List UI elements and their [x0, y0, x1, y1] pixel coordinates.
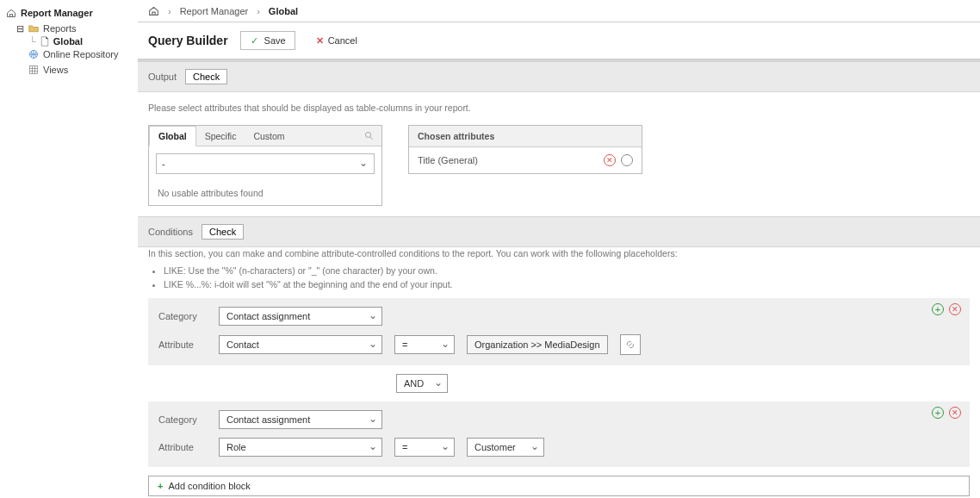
home-icon	[5, 7, 17, 19]
condition-block-2: + ✕ Category Contact assignment Attribut…	[148, 402, 970, 467]
tree-reports[interactable]: ⊟ Reports	[5, 21, 137, 36]
add-condition-button[interactable]: +	[932, 303, 944, 315]
chosen-attribute-row: Title (General) ✕	[409, 147, 642, 173]
main: › Report Manager › Global Query Builder …	[138, 0, 980, 498]
category-select[interactable]: Contact assignment	[219, 307, 382, 326]
sidebar: Report Manager ⊟ Reports └ Global · Onli…	[0, 0, 138, 498]
operator-select[interactable]: =	[394, 335, 455, 354]
conditions-help-li1: LIKE: Use the "%" (n-characters) or "_" …	[164, 265, 970, 278]
add-condition-block-button[interactable]: + Add condition block	[148, 476, 970, 496]
output-band: Output Check	[138, 61, 980, 92]
output-label: Output	[148, 72, 177, 82]
attribute-value: Contact	[219, 335, 382, 354]
conditions-help: In this section, you can make and combin…	[138, 247, 980, 298]
conditions-band: Conditions Check	[138, 216, 980, 247]
tree-root-label: Report Manager	[21, 8, 93, 18]
svg-point-2	[366, 132, 371, 137]
operator-select[interactable]: =	[394, 438, 455, 457]
link-picker-button[interactable]	[620, 334, 641, 355]
output-check-button[interactable]: Check	[185, 69, 227, 84]
expander-icon[interactable]: ⊟	[16, 23, 24, 34]
logical-operator-select[interactable]: AND	[396, 374, 448, 393]
attribute-category-select[interactable]: -	[156, 153, 375, 174]
home-icon[interactable]	[148, 5, 159, 16]
attribute-value: Role	[219, 438, 382, 457]
value-text: Customer	[467, 438, 544, 457]
tab-specific[interactable]: Specific	[196, 127, 245, 146]
document-icon	[40, 36, 50, 47]
operator-value: =	[394, 438, 455, 457]
cancel-button[interactable]: ✕ Cancel	[307, 32, 366, 50]
remove-attribute-button[interactable]: ✕	[604, 154, 616, 166]
close-icon: ✕	[316, 35, 324, 47]
page-title: Query Builder	[148, 34, 228, 47]
add-condition-button[interactable]: +	[932, 407, 944, 419]
conditions-label: Conditions	[148, 227, 193, 237]
globe-icon	[28, 48, 40, 60]
logical-operator-value: AND	[396, 374, 448, 393]
attribute-category-value: -	[156, 153, 375, 174]
category-label: Category	[158, 311, 207, 321]
category-select[interactable]: Contact assignment	[219, 410, 382, 429]
tab-custom[interactable]: Custom	[245, 127, 293, 146]
attribute-select[interactable]: Role	[219, 438, 382, 457]
condition-value-chip: Organization >> MediaDesign	[467, 335, 608, 354]
tree-views[interactable]: · Views	[5, 62, 137, 78]
tree-online-repo-label: Online Repository	[43, 49, 118, 59]
breadcrumb: › Report Manager › Global	[138, 0, 980, 22]
tree-global-label: Global	[53, 36, 83, 47]
condition-block-1: + ✕ Category Contact assignment Attribut…	[148, 298, 970, 365]
save-button[interactable]: ✓ Save	[240, 31, 295, 50]
grid-icon	[28, 64, 40, 76]
breadcrumb-current: Global	[269, 6, 298, 16]
add-block-label: Add condition block	[168, 481, 250, 491]
search-icon[interactable]	[357, 131, 381, 141]
check-icon: ✓	[250, 35, 260, 46]
conditions-help-li2: LIKE %...%: i-doit will set "%" at the b…	[164, 278, 970, 292]
chosen-header: Chosen attributes	[409, 126, 642, 147]
category-label: Category	[158, 414, 207, 425]
attribute-select[interactable]: Contact	[219, 335, 382, 354]
logical-operator-row: AND	[138, 374, 980, 393]
chevron-right-icon: ›	[168, 6, 171, 16]
remove-block-button[interactable]: ✕	[949, 407, 961, 419]
tree-online-repo[interactable]: · Online Repository	[5, 47, 137, 62]
chosen-attribute-label: Title (General)	[418, 155, 599, 165]
attribute-label: Attribute	[158, 339, 207, 350]
category-value: Contact assignment	[219, 307, 382, 326]
tree-global[interactable]: └ Global	[5, 36, 137, 47]
output-help: Please select attributes that should be …	[148, 103, 970, 113]
attribute-tabs: Global Specific Custom	[149, 126, 381, 146]
folder-icon	[28, 22, 40, 34]
save-label: Save	[264, 35, 286, 46]
tree-reports-label: Reports	[43, 23, 77, 34]
tab-global[interactable]: Global	[149, 126, 196, 146]
tree-views-label: Views	[43, 65, 68, 75]
svg-rect-1	[30, 66, 38, 74]
attribute-chooser: Global Specific Custom - No usable attri…	[148, 125, 382, 206]
output-section: Please select attributes that should be …	[138, 92, 980, 216]
plus-icon: +	[158, 481, 163, 491]
category-value: Contact assignment	[219, 410, 382, 429]
chosen-attributes: Chosen attributes Title (General) ✕	[408, 125, 642, 174]
remove-block-button[interactable]: ✕	[949, 303, 961, 315]
conditions-check-button[interactable]: Check	[202, 224, 244, 240]
attribute-option-button[interactable]	[621, 154, 633, 166]
tree-root[interactable]: Report Manager	[5, 5, 137, 21]
attribute-label: Attribute	[158, 442, 207, 452]
breadcrumb-item[interactable]: Report Manager	[180, 6, 249, 16]
no-attributes-msg: No usable attributes found	[149, 181, 381, 205]
operator-value: =	[394, 335, 455, 354]
conditions-help-intro: In this section, you can make and combin…	[148, 247, 970, 261]
value-select[interactable]: Customer	[467, 438, 544, 457]
titlebar: Query Builder ✓ Save ✕ Cancel	[138, 22, 980, 59]
chevron-right-icon: ›	[257, 6, 260, 16]
cancel-label: Cancel	[328, 35, 357, 46]
condition-value-text: Organization >> MediaDesign	[474, 339, 600, 350]
